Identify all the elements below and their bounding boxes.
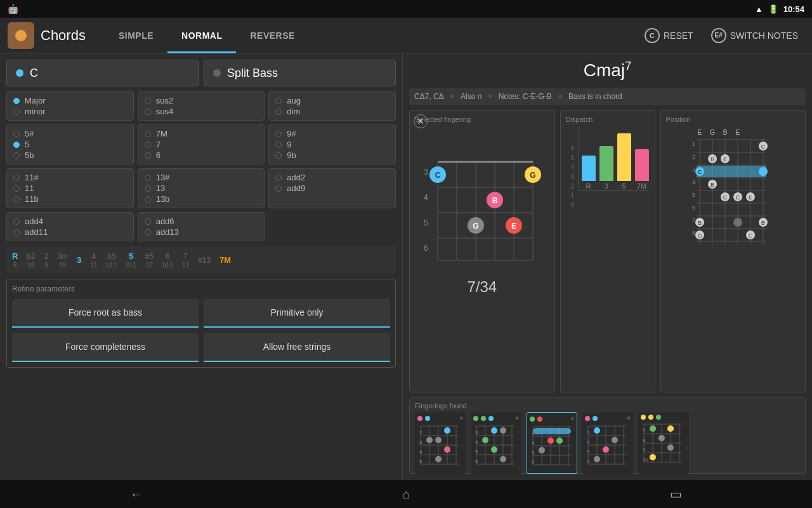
mod-text-5sharp: 5#	[25, 129, 34, 138]
mod-cell-7[interactable]: 7M 7 6	[138, 124, 265, 164]
mod-text-5: 5	[25, 140, 29, 149]
mod-row-major: Major	[13, 96, 127, 105]
svg-point-115	[482, 437, 488, 443]
svg-text:C: C	[761, 144, 766, 150]
fingering-dots-2: ×	[473, 415, 519, 422]
fingering-item-3[interactable]: × 3	[527, 412, 577, 474]
radio-aug	[275, 98, 282, 104]
three-cols: Selected fingering ✕ 3 4 5 6	[409, 110, 806, 392]
split-bass-button[interactable]: Split Bass	[204, 60, 396, 86]
f-dot	[641, 415, 646, 420]
interval-sharp5[interactable]: #5 12	[142, 251, 157, 270]
bar-3: 3	[599, 146, 613, 190]
mod-row-add4: add4	[13, 217, 127, 226]
interval-2[interactable]: 2 9	[41, 251, 52, 270]
mod-cell-aug-dim[interactable]: aug dim	[268, 91, 396, 121]
fingering-item-2[interactable]: × 3 4 5	[471, 412, 521, 474]
close-fingering-button[interactable]: ✕	[414, 114, 428, 128]
chord-dot-active	[16, 69, 23, 77]
fingering-item-1[interactable]: × 2 3 4	[415, 412, 466, 474]
mod-text-9sharp: 9#	[287, 129, 296, 138]
mod-cell-9[interactable]: 9# 9 9b	[268, 124, 396, 164]
radio-minor	[13, 109, 20, 115]
refine-title: Refine parameters	[12, 284, 390, 293]
fingering-grid-3: 3 4 5 6	[530, 424, 574, 468]
bar-R: R	[582, 156, 596, 190]
allow-free-strings-button[interactable]: Allow free strings	[204, 333, 390, 362]
mod-cell-sus[interactable]: sus2 sus4	[138, 91, 265, 121]
mod-text-11: 11	[25, 184, 34, 193]
mod-text-13sharp: 13#	[156, 173, 170, 182]
also-short: CΔ7, CΔ	[414, 92, 444, 101]
y-labels: 6 5 4 3 2 1 0	[571, 145, 575, 208]
radio-11	[13, 185, 20, 192]
interval-7[interactable]: 7 13	[179, 251, 192, 270]
force-root-bass-button[interactable]: Force root as bass	[12, 298, 199, 328]
svg-text:2: 2	[419, 430, 422, 436]
interval-row: R 8 b2 b9 2 9 3m #9 3 4 11	[6, 246, 396, 274]
svg-text:10: 10	[643, 457, 648, 462]
svg-point-169	[667, 425, 674, 432]
top-bar: Chords SIMPLE NORMAL REVERSE C RESET E# …	[0, 18, 812, 53]
mod-cell-major-minor[interactable]: Major minor	[6, 91, 134, 121]
right-panel: Cmaj7 CΔ7, CΔ • Also n • Notes: C-E-G-B …	[403, 53, 812, 480]
svg-text:B: B	[761, 220, 765, 226]
position-panel: Position E G B E 1 2 3 4 5 6 7 8	[660, 110, 806, 392]
chord-name-button[interactable]: C	[6, 60, 199, 86]
back-button[interactable]: ←	[111, 482, 162, 507]
recent-button[interactable]: ▭	[651, 481, 701, 507]
home-button[interactable]: ⌂	[383, 482, 429, 507]
interval-6[interactable]: 6 b13	[159, 251, 176, 270]
back-icon: ←	[130, 487, 143, 502]
f-dot	[473, 416, 478, 421]
interval-3[interactable]: 3	[74, 254, 84, 267]
svg-text:2: 2	[692, 154, 695, 160]
interval-3m[interactable]: 3m #9	[54, 251, 71, 270]
interval-b5[interactable]: b5 b11	[103, 251, 120, 270]
primitive-only-button[interactable]: Primitive only	[204, 298, 390, 328]
mod-row-13b: 13b	[145, 194, 258, 204]
svg-text:B: B	[710, 182, 714, 188]
radio-11b	[13, 196, 20, 203]
tab-reverse[interactable]: REVERSE	[236, 18, 308, 53]
mod-text-11b: 11b	[25, 194, 39, 204]
svg-text:E: E	[697, 129, 702, 136]
svg-text:4: 4	[692, 179, 695, 185]
fingering-item-5[interactable]: 7 8 9 10	[638, 412, 689, 474]
radio-9b	[275, 152, 282, 159]
svg-text:G: G	[473, 222, 478, 231]
mod-text-13b: 13b	[156, 194, 170, 204]
svg-text:4: 4	[475, 439, 478, 445]
tab-normal[interactable]: NORMAL	[167, 18, 236, 53]
interval-R[interactable]: R 8	[9, 250, 21, 270]
force-completeness-button[interactable]: Force completeness	[12, 333, 199, 362]
interval-4[interactable]: 4 11	[87, 251, 100, 270]
mod-cell-11[interactable]: 11# 11 11b	[6, 168, 134, 208]
fingering-item-4[interactable]: × 3 4 5	[582, 412, 633, 474]
interval-7M[interactable]: 7M	[216, 254, 234, 266]
mod-cell-add411[interactable]: add4 add11	[6, 212, 134, 241]
interval-sharp13[interactable]: #13	[195, 255, 214, 266]
svg-text:B: B	[492, 196, 497, 205]
mod-cell-add29[interactable]: add2 add9	[268, 168, 396, 208]
interval-5[interactable]: 5 #11	[122, 250, 140, 270]
mod-text-add13: add13	[156, 227, 179, 237]
tab-simple[interactable]: SIMPLE	[105, 18, 167, 53]
mod-text-9: 9	[287, 140, 291, 149]
mod-cell-13[interactable]: 13# 13 13b	[138, 168, 265, 208]
mod-row-7M: 7M	[145, 129, 258, 138]
fingerings-found-label: Fingerings found	[415, 402, 800, 410]
mod-row-add2: add2	[275, 173, 389, 182]
svg-point-113	[491, 427, 497, 434]
mod-cell-add613[interactable]: add6 add13	[138, 212, 265, 241]
f-x: ×	[459, 415, 463, 422]
mod-cell-5[interactable]: 5# 5 5b	[6, 124, 134, 164]
radio-add9	[275, 185, 282, 192]
mod-row-11: 11	[13, 184, 127, 193]
reset-button[interactable]: C RESET	[638, 24, 700, 47]
f-dot	[417, 416, 422, 421]
mod-text-7: 7	[156, 140, 160, 149]
switch-notes-button[interactable]: E# SWITCH NOTES	[705, 24, 804, 47]
chord-dot-gray	[213, 69, 221, 77]
interval-b2[interactable]: b2 b9	[23, 251, 38, 270]
